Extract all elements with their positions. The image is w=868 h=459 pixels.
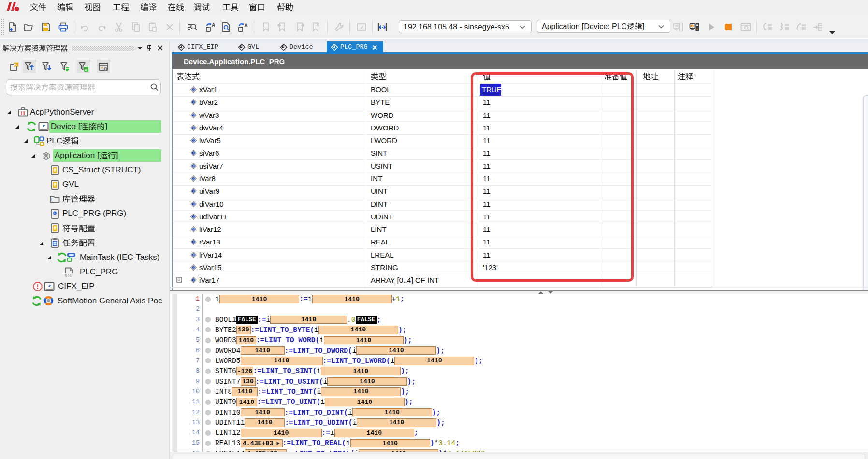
svg-text:A: A [212,22,215,28]
svg-text:A: A [244,22,248,28]
svg-text:N01: N01 [65,274,72,277]
